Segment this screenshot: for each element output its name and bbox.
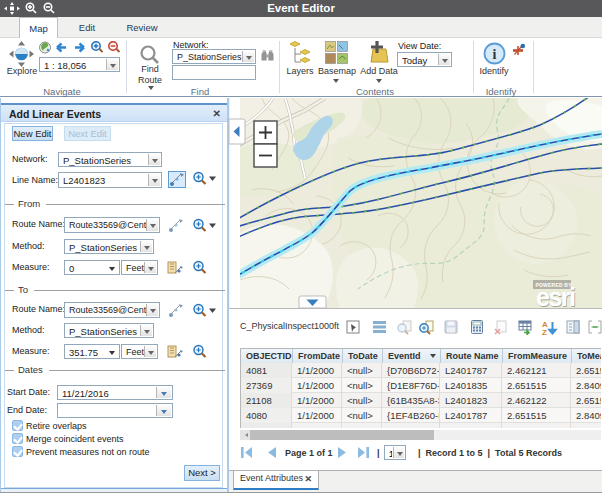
svg-text:esri: esri <box>536 283 575 308</box>
svg-text:Z: Z <box>542 328 547 335</box>
svg-text:i: i <box>493 47 497 62</box>
